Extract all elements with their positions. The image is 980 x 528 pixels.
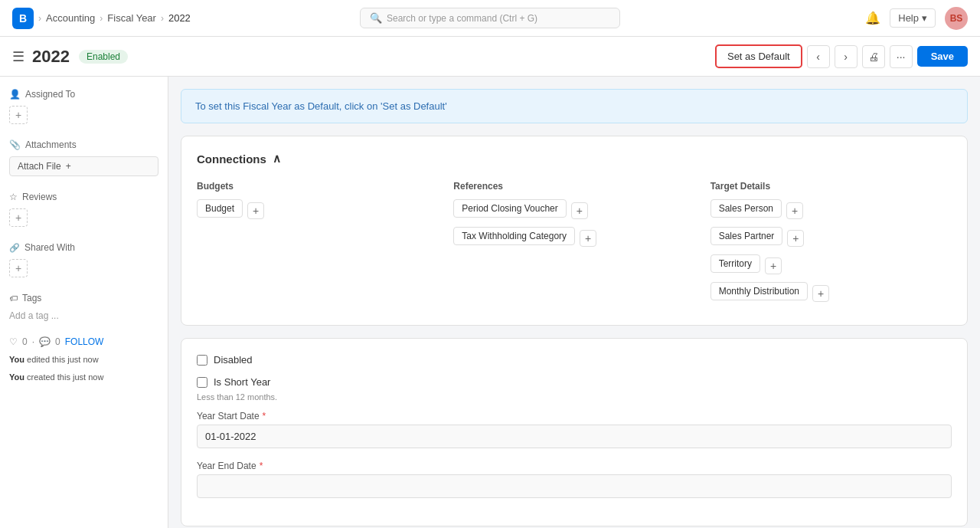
breadcrumb-current: 2022 (168, 12, 191, 24)
year-end-date-input[interactable] (197, 474, 952, 498)
add-assigned-to-button[interactable]: + (9, 106, 28, 124)
set-as-default-button[interactable]: Set as Default (715, 44, 802, 68)
print-button[interactable]: 🖨 (862, 45, 885, 68)
target-details-title: Target Details (710, 181, 952, 192)
layout: Assigned To + Attachments Attach File + … (0, 77, 980, 528)
user-icon (9, 89, 21, 100)
sidebar-reviews: Reviews + (9, 192, 158, 227)
avatar[interactable]: BS (945, 7, 968, 30)
is-short-year-label: Is Short Year (214, 376, 270, 388)
search-placeholder: Search or type a command (Ctrl + G) (387, 13, 537, 24)
shared-with-label: Shared With (24, 242, 75, 253)
disabled-label: Disabled (214, 354, 253, 366)
main-content: To set this Fiscal Year as Default, clic… (168, 77, 980, 528)
star-icon (9, 192, 18, 202)
reviews-section-title: Reviews (9, 192, 158, 202)
top-nav: B › Accounting › Fiscal Year › 2022 Sear… (0, 0, 980, 37)
attach-plus-icon: + (66, 161, 71, 172)
required-asterisk: * (263, 411, 266, 421)
assigned-to-label: Assigned To (25, 89, 75, 100)
attach-file-label: Attach File (18, 161, 61, 172)
breadcrumb-sep-1: › (38, 13, 41, 24)
sidebar-assigned-to: Assigned To + (9, 89, 158, 124)
help-label: Help (898, 12, 919, 24)
add-sales-partner-button[interactable]: + (787, 230, 804, 247)
attachments-label: Attachments (25, 139, 77, 150)
chevron-down-icon (922, 12, 927, 24)
help-button[interactable]: Help (890, 8, 936, 28)
status-badge: Enabled (79, 50, 128, 64)
monthly-distribution-tag[interactable]: Monthly Distribution (710, 282, 808, 300)
disabled-checkbox[interactable] (197, 355, 207, 366)
add-tax-withholding-button[interactable]: + (580, 230, 596, 247)
disabled-checkbox-row: Disabled (197, 354, 952, 366)
sales-partner-tag[interactable]: Sales Partner (710, 227, 783, 245)
breadcrumb-accounting[interactable]: Accounting (46, 12, 95, 24)
sales-partner-row: Sales Partner + (710, 227, 952, 250)
tax-withholding-tag[interactable]: Tax Withholding Category (453, 227, 575, 245)
breadcrumb-fiscal-year[interactable]: Fiscal Year (107, 12, 156, 24)
sales-person-tag[interactable]: Sales Person (710, 199, 782, 218)
territory-tag[interactable]: Territory (710, 254, 760, 273)
hamburger-icon[interactable]: ☰ (12, 48, 24, 65)
connections-header: Connections ∧ (197, 152, 952, 166)
period-closing-row: Period Closing Voucher + (453, 199, 694, 222)
budget-tag[interactable]: Budget (197, 199, 243, 218)
target-details-column: Target Details Sales Person + Sales Part… (710, 181, 952, 310)
attach-file-button[interactable]: Attach File + (9, 156, 158, 176)
short-year-hint: Less than 12 months. (197, 392, 952, 402)
info-banner-text: To set this Fiscal Year as Default, clic… (195, 100, 447, 112)
tag-icon (9, 293, 18, 303)
follow-button[interactable]: FOLLOW (65, 336, 104, 347)
share-icon (9, 242, 20, 253)
breadcrumb-sep-3: › (161, 13, 164, 24)
search-box[interactable]: Search or type a command (Ctrl + G) (360, 8, 620, 28)
search-area: Search or type a command (Ctrl + G) (331, 8, 649, 28)
tags-section-title: Tags (9, 293, 158, 303)
attachments-section-title: Attachments (9, 139, 158, 150)
year-start-date-input[interactable] (197, 425, 952, 448)
likes-count: 0 (22, 336, 28, 347)
tags-label: Tags (22, 293, 41, 303)
add-period-closing-button[interactable]: + (571, 202, 588, 219)
paperclip-icon (9, 139, 21, 150)
page-header: ☰ 2022 Enabled Set as Default ‹ › 🖨 ··· … (0, 37, 980, 77)
page-title: 2022 (32, 47, 70, 67)
search-icon (370, 12, 382, 24)
sidebar-stats: 0 · 0 FOLLOW (9, 336, 158, 347)
activity-item-2: You created this just now (9, 371, 158, 384)
more-options-button[interactable]: ··· (890, 45, 913, 68)
add-territory-button[interactable]: + (765, 257, 782, 274)
year-start-date-field: Year Start Date * (197, 411, 952, 448)
sidebar: Assigned To + Attachments Attach File + … (0, 77, 168, 528)
next-record-button[interactable]: › (835, 45, 858, 68)
connections-body: Budgets Budget + References Period Closi… (197, 181, 952, 310)
add-tag-placeholder[interactable]: Add a tag ... (9, 310, 59, 321)
save-button[interactable]: Save (917, 46, 968, 67)
prev-record-button[interactable]: ‹ (807, 45, 830, 68)
add-sales-person-button[interactable]: + (786, 202, 803, 219)
header-actions: Set as Default ‹ › 🖨 ··· Save (715, 44, 968, 68)
required-asterisk-2: * (260, 461, 263, 471)
comment-icon (39, 336, 51, 347)
tax-withholding-row: Tax Withholding Category + (453, 227, 694, 250)
period-closing-tag[interactable]: Period Closing Voucher (453, 199, 566, 218)
add-monthly-distribution-button[interactable]: + (812, 285, 829, 302)
add-review-button[interactable]: + (9, 208, 28, 227)
shared-with-section-title: Shared With (9, 242, 158, 253)
budget-row: Budget + (197, 199, 438, 222)
connections-collapse-icon[interactable]: ∧ (273, 152, 281, 166)
add-shared-with-button[interactable]: + (9, 259, 28, 277)
add-budget-button[interactable]: + (247, 202, 264, 219)
references-column: References Period Closing Voucher + Tax … (453, 181, 694, 310)
app-icon[interactable]: B (12, 8, 34, 29)
budgets-column: Budgets Budget + (197, 181, 438, 310)
activity-item-1: You edited this just now (9, 353, 158, 366)
notifications-button[interactable]: 🔔 (865, 11, 880, 25)
year-end-date-label: Year End Date * (197, 461, 952, 471)
is-short-year-checkbox[interactable] (197, 377, 207, 388)
sidebar-activity: You edited this just now You created thi… (9, 353, 158, 383)
breadcrumb-area: B › Accounting › Fiscal Year › 2022 (12, 8, 331, 29)
sidebar-shared-with: Shared With + (9, 242, 158, 277)
sidebar-attachments: Attachments Attach File + (9, 139, 158, 176)
